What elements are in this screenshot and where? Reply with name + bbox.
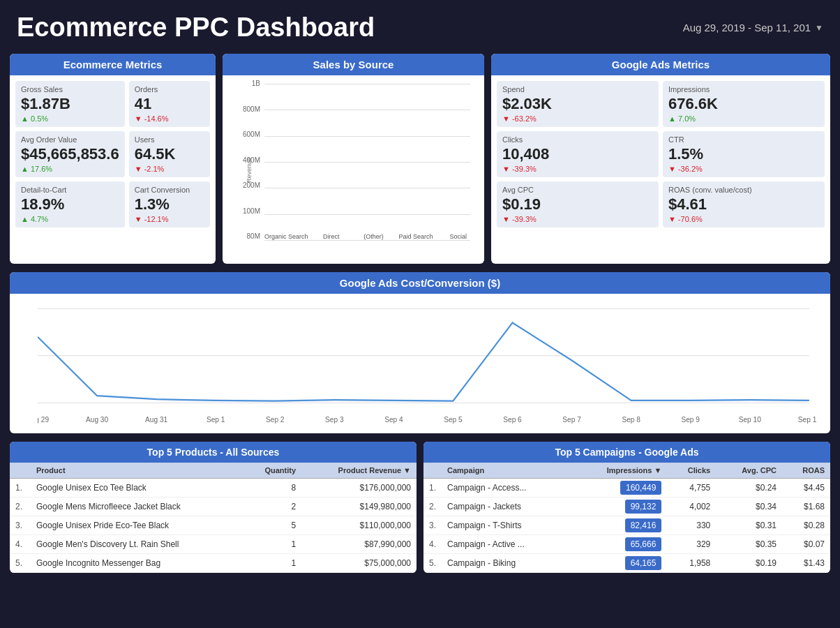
bar-label: Social [449, 233, 467, 240]
google-metric-item: CTR 1.5% -36.2% [663, 131, 825, 177]
bar-group: Direct [313, 230, 351, 240]
revenue-cell: $149,980,000 [301, 498, 417, 516]
google-metric-label: CTR [668, 135, 819, 144]
svg-text:Aug 31: Aug 31 [145, 415, 167, 424]
product-name-cell: Google Incognito Messenger Bag [31, 554, 243, 573]
impressions-cell: 65,666 [572, 535, 668, 554]
revenue-col-header[interactable]: Product Revenue ▼ [301, 463, 417, 479]
google-metric-label: Avg CPC [502, 186, 653, 194]
google-metric-value: $2.03K [502, 95, 653, 113]
metric-item: Gross Sales $1.87B 0.5% [15, 81, 125, 127]
roas-col[interactable]: ROAS [782, 463, 830, 479]
y-axis-title: Revenue [246, 158, 253, 183]
cost-conversion-title: Google Ads Cost/Conversion ($) [10, 272, 830, 294]
product-col-header[interactable] [10, 463, 31, 479]
metric-label: Gross Sales [21, 85, 119, 94]
campaign-rank-col[interactable] [423, 463, 442, 479]
product-name-cell: Google Unisex Eco Tee Black [31, 479, 243, 498]
metric-label: Orders [135, 85, 204, 94]
metric-value: 64.5K [135, 145, 204, 163]
impressions-cell: 82,416 [572, 516, 668, 535]
avg-cpc-col[interactable]: Avg. CPC [716, 463, 782, 479]
metric-value: $1.87B [21, 95, 119, 113]
google-metric-value: 10,408 [502, 145, 653, 163]
date-range[interactable]: Aug 29, 2019 - Sep 11, 201 ▼ [683, 22, 823, 33]
top-campaigns-table: Campaign Impressions ▼ Clicks Avg. CPC R… [423, 463, 830, 573]
metric-label: Avg Order Value [21, 135, 119, 144]
svg-text:Sep 6: Sep 6 [503, 415, 522, 424]
metric-item: Orders 41 -14.6% [129, 81, 210, 127]
bottom-row: Top 5 Products - All Sources Product Qua… [0, 438, 840, 583]
svg-text:Sep 1: Sep 1 [207, 415, 225, 424]
campaign-name-col[interactable]: Campaign [442, 463, 572, 479]
google-ads-metrics-card: Google Ads Metrics Spend $2.03K -63.2% I… [491, 54, 830, 264]
revenue-cell: $176,000,000 [301, 479, 417, 498]
product-name-cell: Google Men's Discovery Lt. Rain Shell [31, 535, 243, 554]
table-row: 4. Campaign - Active ... 65,666 329 $0.3… [423, 535, 830, 554]
metric-item: Users 64.5K -2.1% [129, 131, 210, 177]
impressions-highlight: 99,132 [625, 500, 662, 514]
y-axis-label: 600M [230, 130, 263, 138]
impressions-highlight: 160,449 [620, 481, 661, 495]
cost-conversion-section: Google Ads Cost/Conversion ($) 0200400Au… [10, 272, 830, 433]
metric-value: 18.9% [21, 195, 119, 214]
google-metric-item: Impressions 676.6K 7.0% [663, 81, 825, 127]
google-metric-change: -36.2% [668, 165, 819, 173]
metric-change: 0.5% [21, 114, 119, 123]
top-products-table: Product Quantity Product Revenue ▼ 1. Go… [10, 463, 417, 573]
impressions-col[interactable]: Impressions ▼ [572, 463, 668, 479]
sales-by-source-title: Sales by Source [223, 54, 484, 75]
metric-value: $45,665,853.6 [21, 145, 119, 163]
bar-label: Organic Search [264, 233, 308, 240]
clicks-col[interactable]: Clicks [667, 463, 716, 479]
metric-change: -2.1% [135, 165, 204, 173]
clicks-cell: 1,958 [667, 554, 716, 573]
y-axis-label: 1B [230, 80, 263, 87]
metric-label: Cart Conversion [135, 186, 204, 194]
product-name-col-header[interactable]: Product [31, 463, 243, 479]
y-axis-label: 100M [230, 207, 263, 215]
rank-cell: 5. [10, 554, 31, 573]
ecommerce-metrics-card: Ecommerce Metrics Gross Sales $1.87B 0.5… [10, 54, 216, 264]
metric-item: Avg Order Value $45,665,853.6 17.6% [15, 131, 125, 177]
roas-cell: $4.45 [782, 479, 830, 498]
impressions-highlight: 65,666 [625, 537, 662, 551]
svg-text:Aug 30: Aug 30 [86, 415, 108, 424]
quantity-cell: 5 [243, 516, 301, 535]
quantity-cell: 2 [243, 498, 301, 516]
google-metric-value: $4.61 [668, 195, 819, 214]
clicks-cell: 4,002 [667, 498, 716, 516]
top-campaigns-title: Top 5 Campaigns - Google Ads [423, 442, 830, 463]
google-metric-change: -70.6% [668, 215, 819, 223]
bar-label: Direct [323, 233, 340, 240]
top-row: Ecommerce Metrics Gross Sales $1.87B 0.5… [0, 50, 840, 268]
ecommerce-metrics-grid: Gross Sales $1.87B 0.5% Orders 41 -14.6%… [10, 75, 216, 233]
bar-group: Paid Search [397, 230, 435, 240]
rank-cell: 5. [423, 554, 442, 573]
google-ads-metrics-title: Google Ads Metrics [491, 54, 830, 75]
google-metric-item: Clicks 10,408 -39.3% [497, 131, 659, 177]
google-metric-value: 1.5% [668, 145, 819, 163]
product-name-cell: Google Unisex Pride Eco-Tee Black [31, 516, 243, 535]
svg-text:Sep 8: Sep 8 [622, 415, 640, 424]
table-row: 2. Campaign - Jackets 99,132 4,002 $0.34… [423, 498, 830, 516]
rank-cell: 3. [423, 516, 442, 535]
google-metric-change: -39.3% [502, 215, 653, 223]
google-metric-label: ROAS (conv. value/cost) [668, 186, 819, 194]
campaign-name-cell: Campaign - Access... [442, 479, 572, 498]
quantity-col-header[interactable]: Quantity [243, 463, 301, 479]
rank-cell: 4. [423, 535, 442, 554]
google-metric-item: Spend $2.03K -63.2% [497, 81, 659, 127]
sales-chart-area: 1B800M600M400M200M100M80M Revenue Organi… [223, 75, 484, 264]
date-range-text: Aug 29, 2019 - Sep 11, 201 [683, 22, 811, 33]
sales-by-source-card: Sales by Source 1B800M600M400M200M100M80… [223, 54, 484, 264]
dashboard-title: Ecommerce PPC Dashboard [17, 13, 375, 43]
bar-label: Paid Search [399, 233, 433, 240]
roas-cell: $1.43 [782, 554, 830, 573]
google-metric-value: 676.6K [668, 95, 819, 113]
metric-value: 1.3% [135, 195, 204, 214]
google-metric-label: Clicks [502, 135, 653, 144]
google-metric-item: ROAS (conv. value/cost) $4.61 -70.6% [663, 181, 825, 227]
roas-cell: $0.07 [782, 535, 830, 554]
impressions-cell: 160,449 [572, 479, 668, 498]
